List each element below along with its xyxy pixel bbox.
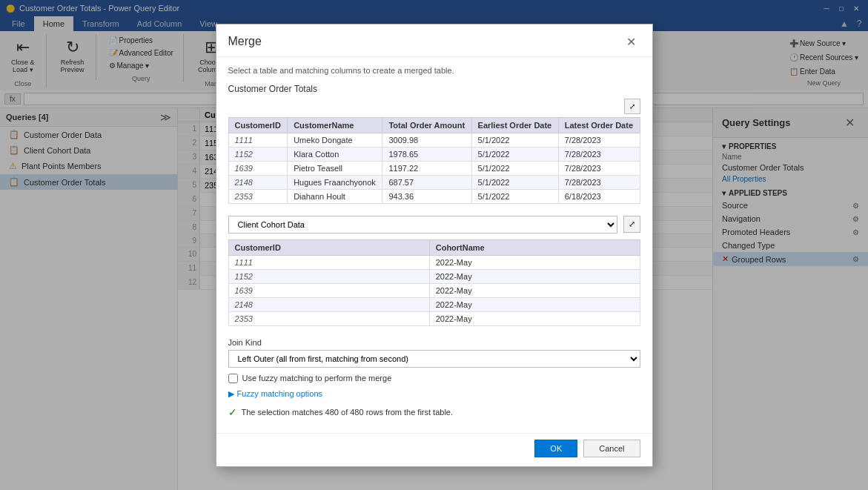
fuzzy-matching-checkbox[interactable]: [228, 374, 238, 383]
join-kind-label: Join Kind: [228, 338, 640, 347]
table-selector-row: Client Cohort Data Customer Order Data P…: [228, 216, 640, 234]
top-merge-table: CustomerID CustomerName Total Order Amou…: [228, 117, 640, 204]
modal-header: Merge ✕: [216, 24, 652, 57]
bottom-merge-table: CustomerID CohortName 11112022-May 11522…: [228, 239, 640, 326]
fuzzy-expand-icon: ▶: [228, 389, 234, 399]
modal-footer: OK Cancel: [216, 433, 652, 466]
table-row: 1111Umeko Dongate3009.985/1/20227/28/202…: [228, 133, 640, 147]
cancel-button[interactable]: Cancel: [583, 440, 640, 457]
merge-modal: Merge ✕ Select a table and matching colu…: [216, 24, 653, 467]
table-row: 16392022-May: [228, 283, 640, 297]
col-latestdate-header[interactable]: Latest Order Date: [558, 117, 640, 133]
bottom-table-expand-button[interactable]: ⤢: [623, 216, 640, 233]
join-kind-section: Join Kind Left Outer (all from first, ma…: [228, 338, 640, 368]
table-row: 11522022-May: [228, 269, 640, 283]
fuzzy-options-expander[interactable]: ▶ Fuzzy matching options: [228, 388, 640, 400]
match-checkmark-icon: ✓: [228, 406, 237, 418]
table-row: 2353Diahann Hoult943.365/1/20226/18/2023: [228, 189, 640, 203]
col-earliestdate-header[interactable]: Earliest Order Date: [471, 117, 558, 133]
fuzzy-matching-label[interactable]: Use fuzzy matching to perform the merge: [242, 374, 392, 383]
modal-title: Merge: [228, 35, 262, 48]
top-table-expand-button[interactable]: ⤢: [624, 99, 640, 114]
match-info: ✓ The selection matches 480 of 480 rows …: [228, 406, 640, 418]
modal-body: Select a table and matching columns to c…: [216, 57, 652, 433]
fuzzy-checkbox-row: Use fuzzy matching to perform the merge: [228, 374, 640, 383]
cohort-col-cohortname-header[interactable]: CohortName: [429, 239, 640, 255]
table-row: 1639Pietro Teasell1197.225/1/20227/28/20…: [228, 161, 640, 175]
col-customername-header[interactable]: CustomerName: [288, 117, 382, 133]
modal-subtitle: Select a table and matching columns to c…: [228, 66, 640, 75]
table-row: 11112022-May: [228, 255, 640, 269]
table-row: 21482022-May: [228, 297, 640, 311]
match-info-text: The selection matches 480 of 480 rows fr…: [242, 408, 454, 417]
table-row: 23532022-May: [228, 311, 640, 325]
top-table-label: Customer Order Totals: [228, 84, 640, 94]
fuzzy-options-label: Fuzzy matching options: [237, 389, 323, 398]
col-customerid-header[interactable]: CustomerID: [228, 117, 288, 133]
modal-overlay: Merge ✕ Select a table and matching colu…: [0, 0, 868, 490]
ok-button[interactable]: OK: [534, 440, 577, 457]
modal-close-button[interactable]: ✕: [622, 33, 640, 50]
table-row: 1152Klara Cotton1978.655/1/20227/28/2023: [228, 147, 640, 161]
col-totalamount-header[interactable]: Total Order Amount: [382, 117, 471, 133]
join-kind-select[interactable]: Left Outer (all from first, matching fro…: [228, 350, 640, 368]
cohort-col-customerid-header[interactable]: CustomerID: [228, 239, 429, 255]
bottom-table-selector[interactable]: Client Cohort Data Customer Order Data P…: [228, 216, 617, 234]
table-row: 2148Hugues Fraanchyonok687.575/1/20227/2…: [228, 175, 640, 189]
